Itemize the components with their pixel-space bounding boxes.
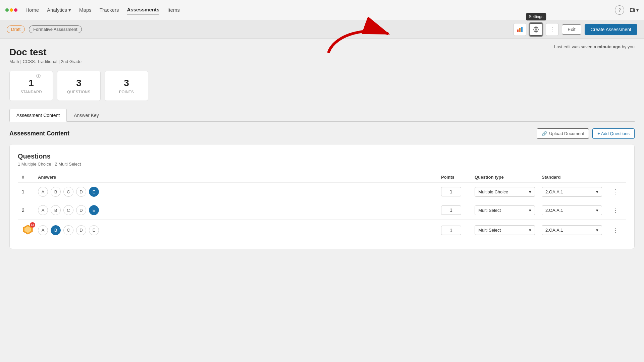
answer-circle-e[interactable]: E	[89, 187, 99, 197]
answer-circle-a[interactable]: A	[38, 205, 48, 215]
answer-circle-d[interactable]: D	[76, 205, 86, 215]
col-actions	[609, 175, 622, 180]
link-icon: 🔗	[542, 131, 547, 136]
chevron-down-icon: ▾	[529, 208, 531, 213]
more-options-button[interactable]: ⋮	[546, 23, 558, 36]
row1-more-button[interactable]: ⋮	[609, 188, 622, 195]
row1-question-type-dropdown[interactable]: Multiple Choice ▾	[475, 187, 535, 197]
row2-standard: 2.OA.A.1 ▾	[542, 205, 609, 215]
nav-right: ? Eli ▾	[615, 5, 639, 15]
answer-circle-c[interactable]: C	[63, 187, 73, 197]
stats-row: 1 ⓘ STANDARD 3 QUESTIONS 3 POINTS	[9, 71, 635, 101]
answer-circle-c[interactable]: C	[63, 205, 73, 215]
toolbar-right-actions: Settings ⋮ Exit Create Assessment	[514, 23, 637, 36]
answer-circle-e[interactable]: E	[89, 205, 99, 215]
svg-rect-2	[521, 27, 523, 32]
answer-circle-e[interactable]: E	[89, 225, 99, 235]
nav-home[interactable]: Home	[25, 6, 39, 14]
row3-question-type-dropdown[interactable]: Multi Select ▾	[475, 225, 535, 235]
row1-points-input[interactable]	[441, 187, 461, 196]
table-row: 13 A B C D E Multi Select ▾ 2	[18, 220, 626, 241]
row3-points-input[interactable]	[441, 226, 461, 235]
questions-title: Questions	[18, 153, 626, 160]
row2-points-input[interactable]	[441, 205, 461, 215]
main-content: Last edit was saved a minute ago by you …	[0, 39, 644, 362]
assessment-content-header: Assessment Content 🔗 Upload Document + A…	[9, 128, 635, 139]
tab-assessment-content[interactable]: Assessment Content	[9, 109, 67, 122]
row2-points	[441, 205, 475, 215]
info-icon[interactable]: ⓘ	[36, 73, 41, 79]
toolbar: Draft Formative Assessment Settings ⋮ Ex…	[0, 20, 644, 39]
answer-circle-d[interactable]: D	[76, 187, 86, 197]
nav-items[interactable]: Items	[167, 6, 180, 14]
svg-rect-0	[517, 29, 519, 32]
row1-standard: 2.OA.A.1 ▾	[542, 187, 609, 197]
badge-count: 13	[30, 222, 35, 228]
upload-document-button[interactable]: 🔗 Upload Document	[537, 128, 589, 139]
nav-assessments[interactable]: Assessments	[127, 5, 160, 14]
answer-circle-b[interactable]: B	[51, 225, 61, 235]
row1-question-type: Multiple Choice ▾	[475, 187, 542, 197]
row2-number: 2	[22, 207, 38, 213]
stat-standard: 1 ⓘ STANDARD	[9, 71, 53, 101]
answer-circle-d[interactable]: D	[76, 225, 86, 235]
row3-answers: A B C D E	[38, 225, 441, 235]
svg-point-3	[535, 28, 537, 30]
document-meta: Math | CCSS: Traditional | 2nd Grade	[9, 59, 635, 64]
add-questions-button[interactable]: + Add Questions	[592, 128, 635, 139]
row3-question-type: Multi Select ▾	[475, 225, 542, 235]
table-row: 1 A B C D E Multiple Choice ▾ 2.OA.A.1	[18, 183, 626, 201]
row2-more-button[interactable]: ⋮	[609, 206, 622, 214]
answer-circle-a[interactable]: A	[38, 225, 48, 235]
create-assessment-button[interactable]: Create Assessment	[585, 24, 637, 35]
draft-badge[interactable]: Draft	[7, 25, 25, 33]
row1-answers: A B C D E	[38, 187, 441, 197]
chevron-down-icon: ▾	[529, 189, 531, 194]
row3-number: 13	[22, 224, 38, 237]
content-tabs: Assessment Content Answer Key	[9, 109, 635, 122]
logo-dot-green	[5, 8, 9, 12]
nav-trackers[interactable]: Trackers	[100, 6, 119, 14]
saved-status: Last edit was saved a minute ago by you	[554, 44, 635, 49]
nav-maps[interactable]: Maps	[79, 6, 92, 14]
row2-question-type-dropdown[interactable]: Multi Select ▾	[475, 205, 535, 215]
row3-standard: 2.OA.A.1 ▾	[542, 225, 609, 235]
stat-questions: 3 QUESTIONS	[57, 71, 101, 101]
section-actions: 🔗 Upload Document + Add Questions	[537, 128, 635, 139]
answer-circle-a[interactable]: A	[38, 187, 48, 197]
tab-answer-key[interactable]: Answer Key	[67, 109, 106, 121]
chevron-down-icon: ▾	[596, 189, 598, 194]
settings-button[interactable]: Settings	[530, 23, 542, 36]
row1-standard-dropdown[interactable]: 2.OA.A.1 ▾	[542, 187, 602, 197]
formative-badge[interactable]: Formative Assessment	[29, 25, 82, 33]
logo[interactable]	[5, 8, 17, 12]
chevron-down-icon: ▾	[529, 228, 531, 233]
row3-points	[441, 226, 475, 235]
chevron-down-icon: ▾	[596, 228, 598, 233]
questions-subtitle: 1 Multiple Choice | 2 Multi Select	[18, 162, 626, 167]
logo-dot-amber	[10, 8, 13, 12]
col-points: Points	[441, 175, 475, 180]
logo-dot-pink	[14, 8, 17, 12]
col-question-type: Question type	[475, 175, 542, 180]
svg-rect-1	[519, 28, 521, 32]
exit-button[interactable]: Exit	[562, 24, 581, 35]
row1-number: 1	[22, 189, 38, 194]
col-number: #	[22, 175, 38, 180]
answer-circle-b[interactable]: B	[51, 205, 61, 215]
table-header: # Answers Points Question type Standard	[18, 172, 626, 183]
document-title: Doc test	[9, 47, 635, 58]
row2-standard-dropdown[interactable]: 2.OA.A.1 ▾	[542, 205, 602, 215]
assessment-content-title: Assessment Content	[9, 130, 69, 137]
row3-standard-dropdown[interactable]: 2.OA.A.1 ▾	[542, 225, 602, 235]
answer-circle-b[interactable]: B	[51, 187, 61, 197]
nav-analytics[interactable]: Analytics ▾	[47, 6, 71, 14]
help-icon[interactable]: ?	[615, 5, 624, 15]
col-answers: Answers	[38, 175, 441, 180]
user-menu[interactable]: Eli ▾	[630, 7, 639, 13]
answer-circle-c[interactable]: C	[63, 225, 73, 235]
top-navigation: Home Analytics ▾ Maps Trackers Assessmen…	[0, 0, 644, 20]
row3-more-button[interactable]: ⋮	[609, 227, 622, 234]
row1-points	[441, 187, 475, 196]
bar-chart-icon-button[interactable]	[514, 23, 526, 36]
